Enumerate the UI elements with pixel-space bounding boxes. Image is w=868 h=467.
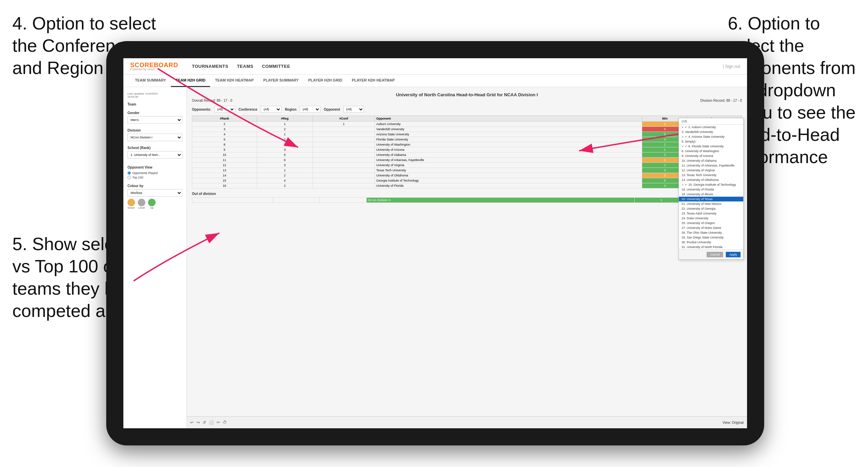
filter-row: Opponents: (All) Conference (All) Region…	[192, 106, 742, 113]
logo: SCOREBOARD Powered by cloud	[130, 62, 178, 71]
refresh-icon[interactable]: ↺	[203, 420, 206, 425]
dropdown-item[interactable]: ✓ 4. Arizona State University	[679, 134, 743, 139]
table-row: 2 1 1 Auburn University 2 1	[192, 122, 742, 127]
nav-tournaments[interactable]: TOURNAMENTS	[192, 64, 228, 69]
export-icon[interactable]: ⬜	[209, 420, 214, 425]
dropdown-item[interactable]: 12. University of Virginia	[679, 168, 743, 173]
col-reg: #Reg	[257, 116, 313, 122]
colour-select[interactable]: Win/loss	[127, 189, 182, 197]
sidebar-division-section: Division NCAA Division I	[127, 128, 182, 141]
sidebar-colour-section: Colour by Win/loss Down Level	[127, 184, 182, 209]
dropdown-item[interactable]: 5. (empty)	[679, 139, 743, 144]
dropdown-item[interactable]: ✓ 2. Auburn University	[679, 125, 743, 130]
sidebar: Last Updated: 4/15/2024 16:55:38 Team Ge…	[123, 87, 187, 428]
main-content: Last Updated: 4/15/2024 16:55:38 Team Ge…	[123, 87, 747, 428]
grid-record: Overall Record: 89 - 17 - 0 Division Rec…	[192, 99, 742, 102]
gender-select[interactable]: Men's	[127, 116, 182, 124]
dropdown-item[interactable]: 31. University of North Florida	[679, 245, 743, 249]
sub-nav: TEAM SUMMARY TEAM H2H GRID TEAM H2H HEAT…	[123, 75, 747, 87]
sign-out[interactable]: | Sign out	[723, 64, 740, 69]
crop-icon[interactable]: ✂	[217, 420, 220, 425]
opponent-dropdown[interactable]: (All) ✓ 2. Auburn University3. Vanderbil…	[678, 118, 744, 260]
col-rank: #Rank	[192, 116, 257, 122]
dropdown-item[interactable]: 16. University of Florida	[679, 187, 743, 192]
tab-player-h2h-grid[interactable]: PLAYER H2H GRID	[303, 75, 347, 87]
dropdown-item[interactable]: ✓ 6. Florida State University	[679, 144, 743, 149]
table-row: 4 1 Arizona State University 5 1	[192, 132, 742, 137]
dropdown-item[interactable]: 23. Texas A&M University	[679, 211, 743, 216]
dropdown-item[interactable]: 3. Vanderbilt University	[679, 130, 743, 134]
dropdown-item[interactable]: 20. University of Texas	[679, 197, 743, 201]
last-updated: Last Updated: 4/15/2024 16:55:38	[127, 92, 182, 98]
sidebar-opponent-view-section: Opponent View Opponents Played Top 100	[127, 165, 182, 179]
undo-icon[interactable]: ↩	[190, 420, 194, 425]
tab-team-h2h-heatmap[interactable]: TEAM H2H HEATMAP	[210, 75, 258, 87]
out-division-section: Out of division NCAA Division II 1 0	[192, 192, 742, 203]
division-select[interactable]: NCAA Division I	[127, 134, 182, 141]
dropdown-item[interactable]: 27. University of Notre Dame	[679, 225, 743, 230]
col-opponent: Opponent	[375, 116, 642, 122]
colour-circles: Down Level Up	[127, 199, 182, 209]
sidebar-gender-section: Gender Men's	[127, 111, 182, 124]
filter-opponent[interactable]: (All)	[343, 106, 364, 113]
dropdown-item[interactable]: 25. University of Oregon	[679, 221, 743, 225]
time-icon[interactable]: ⏱	[223, 420, 227, 425]
dropdown-item[interactable]: 8. University of Washington	[679, 149, 743, 153]
table-row: 9 3 University of Arizona 1 0	[192, 147, 742, 152]
redo-icon[interactable]: ↪	[196, 420, 200, 425]
dropdown-item[interactable]: 24. Duke University	[679, 216, 743, 221]
dropdown-header: (All)	[679, 118, 743, 125]
radio-top100[interactable]: Top 100	[127, 176, 182, 179]
tablet-screen: SCOREBOARD Powered by cloud TOURNAMENTS …	[123, 58, 747, 428]
dropdown-item[interactable]: 13. Texas Tech University	[679, 173, 743, 177]
nav-committee[interactable]: COMMITTEE	[262, 64, 290, 69]
dropdown-item[interactable]: 29. San Diego State University	[679, 235, 743, 240]
nav-teams[interactable]: TEAMS	[237, 64, 253, 69]
school-select[interactable]: 1. University of Nort...	[127, 151, 182, 159]
colour-up: Up	[148, 199, 156, 209]
table-row: 15 4 Georgia Institute of Technology 5 1	[192, 178, 742, 183]
sidebar-school-section: School (Rank) 1. University of Nort...	[127, 146, 182, 159]
colour-level: Level	[138, 199, 145, 209]
data-table: #Rank #Reg #Conf Opponent Win Loss 2 1 1…	[192, 115, 742, 188]
tab-team-h2h-grid[interactable]: TEAM H2H GRID	[171, 75, 210, 87]
out-division-row: NCAA Division II 1 0	[192, 198, 742, 203]
dropdown-item[interactable]: 9. University of Arizona	[679, 153, 743, 158]
cancel-button[interactable]: Cancel	[707, 252, 723, 257]
tab-player-h2h-heatmap[interactable]: PLAYER H2H HEATMAP	[347, 75, 400, 87]
filter-opponents[interactable]: (All)	[215, 106, 235, 113]
out-division-table: NCAA Division II 1 0	[192, 197, 742, 203]
table-row: 16 2 University of Florida 3 1	[192, 183, 742, 188]
dropdown-item[interactable]: ✓ 15. Georgia Institute of Technology	[679, 182, 743, 187]
table-row: 11 6 University of Arkansas, Fayettevill…	[192, 158, 742, 163]
dropdown-footer: Cancel Apply	[679, 249, 743, 259]
grid-title: University of North Carolina Head-to-Hea…	[192, 92, 742, 97]
table-row: 12 3 University of Virginia 1 0	[192, 163, 742, 168]
dropdown-item[interactable]: 14. University of Oklahoma	[679, 177, 743, 182]
colour-down: Down	[127, 199, 135, 209]
view-label: View: Original	[722, 421, 744, 425]
dropdown-item[interactable]: 28. The Ohio State University	[679, 230, 743, 235]
dropdown-item[interactable]: 11. University of Arkansas, Fayetteville	[679, 163, 743, 168]
table-row: 14 2 University of Oklahoma 2 2	[192, 173, 742, 178]
nav-items: TOURNAMENTS TEAMS COMMITTEE	[192, 64, 290, 69]
grid-area: University of North Carolina Head-to-Hea…	[187, 87, 747, 428]
dropdown-item[interactable]: 22. University of Georgia	[679, 206, 743, 211]
dropdown-items: ✓ 2. Auburn University3. Vanderbilt Univ…	[679, 125, 743, 249]
dropdown-item[interactable]: 30. Purdue University	[679, 240, 743, 245]
radio-opponents-played[interactable]: Opponents Played	[127, 171, 182, 175]
dropdown-item[interactable]: 10. University of Alabama	[679, 158, 743, 163]
tab-player-summary[interactable]: PLAYER SUMMARY	[258, 75, 303, 87]
apply-button[interactable]: Apply	[726, 252, 741, 257]
tablet: SCOREBOARD Powered by cloud TOURNAMENTS …	[106, 41, 764, 445]
filter-region[interactable]: (All)	[300, 106, 320, 113]
table-row: 6 2 Florida State University 4 2	[192, 137, 742, 142]
bottom-toolbar: ↩ ↪ ↺ ⬜ ✂ ⏱ View: Original	[187, 416, 747, 428]
tab-team-summary[interactable]: TEAM SUMMARY	[130, 75, 171, 87]
dropdown-item[interactable]: 18. University of Illinois	[679, 192, 743, 197]
dropdown-item[interactable]: 21. University of New Mexico	[679, 201, 743, 206]
table-row: 8 2 University of Washington 1 0	[192, 142, 742, 147]
filter-conference[interactable]: (All)	[261, 106, 281, 113]
table-row: 13 1 Texas Tech University 3 0	[192, 168, 742, 173]
table-row: 10 5 University of Alabama 3 0	[192, 152, 742, 158]
